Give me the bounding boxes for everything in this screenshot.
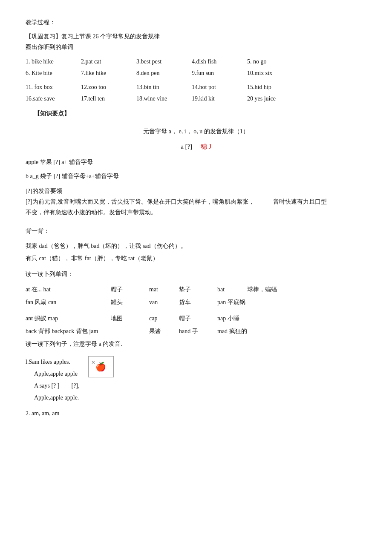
a-rule-phonetic: 穗 J (201, 141, 211, 152)
read-section: 读一读卜列单词： at 在... hat 帽子 mat 垫子 bat 球棒，蝙蝠… (26, 269, 366, 350)
teaching-title: 教学过程： (26, 17, 366, 28)
knowledge-title: 【知识要点】 (34, 110, 70, 117)
sentence-2-title: 2. am, am, am (26, 408, 366, 419)
word-row-3: 11. fox box 12.zoo too 13.bin tin 14.hot… (26, 82, 366, 92)
sentence-instruction: 读一读下列句子，注意字母 a 的发音. (26, 338, 122, 350)
title-text: 教学过程： (26, 19, 55, 26)
vocab-r2-c2: 罐头 (111, 296, 149, 308)
word-pair-11: 11. fox box (26, 82, 81, 92)
phonetic-desc-1-text: [?]为前元音,发音时嘴大而又宽，舌尖抵下齿。像是在开口大笑的样子，嘴角肌肉紧张… (26, 198, 254, 205)
apple-rule: apple 苹果 [?] a+ 辅音字母 (26, 157, 366, 167)
back-section: 背一背： (26, 226, 366, 236)
vocab-r2-c1: fan 风扇 can (26, 296, 111, 308)
song-line-3: A says [? ] [?], (34, 380, 80, 392)
a-rule-label: a [?] (181, 141, 192, 152)
poem-line-1: 我家 dad（爸爸），脾气 bad（坏的），让我 sad（伤心的）。 (26, 241, 366, 251)
word-row-1: 1. bike hike 2.pat cat 3.best pest 4.dis… (26, 56, 366, 67)
section-2: 2. am, am, am (26, 408, 366, 419)
word-pair-18: 18.wine vine (136, 93, 192, 104)
vocab-r1-c6: 球棒，蝙蝠 (247, 284, 277, 296)
word-pair-12: 12.zoo too (81, 82, 136, 92)
vocab-r3-c2: 地图 (111, 313, 149, 325)
review-title: 【巩固复习】复习上节课 26 个字母常见的发音规律 (26, 31, 366, 42)
word-row-2: 6. Kite bite 7.like hike 8.den pen 9.fun… (26, 68, 366, 78)
vowel-rule-text: 元音字母 a， e, i， o, u 的发音规律（1） (143, 128, 248, 135)
poem-section: 我家 dad（爸爸），脾气 bad（坏的），让我 sad（伤心的）。 有只 ca… (26, 241, 366, 264)
knowledge-section: 【知识要点】 (34, 108, 366, 119)
page-container: 教学过程： 【巩固复习】复习上节课 26 个字母常见的发音规律 圈出你听到的单词… (26, 17, 366, 419)
vocab-r1-c1: at 在... hat (26, 284, 111, 296)
word-pair-17: 17.tell ten (81, 93, 136, 104)
vocab-r4-c1: back 背部 backpack 背包 jam (26, 325, 111, 337)
vocab-row-2: fan 风扇 can 罐头 van 货车 pan 平底锅 (26, 296, 366, 308)
vocab-r1-c2: 帽子 (111, 284, 149, 296)
phonetic-section: [?]的发音要领 [?]为前元音,发音时嘴大而又宽，舌尖抵下齿。像是在开口大笑的… (26, 186, 366, 218)
song-line-4: Apple,apple apple. (34, 392, 80, 404)
phonetic-desc: [?]为前元音,发音时嘴大而又宽，舌尖抵下齿。像是在开口大笑的样子，嘴角肌肉紧张… (26, 196, 366, 218)
word-pair-10: 10.mix six (247, 68, 303, 78)
vocab-r4-c3: 果酱 (149, 325, 179, 337)
vocab-r3-c5: nap 小睡 (217, 313, 239, 325)
word-pair-1: 1. bike hike (26, 56, 81, 67)
vocab-row-5: 读一读下列句子，注意字母 a 的发音. (26, 338, 366, 350)
sentence-text-block: l.Sam likes apples. Apple,apple apple A … (26, 356, 80, 404)
song-line-2: Apple,apple apple (34, 368, 80, 380)
read-title: 读一读卜列单词： (26, 269, 366, 279)
vocab-r1-c4: 垫子 (179, 284, 217, 296)
song-line-1: l.Sam likes apples. (26, 356, 80, 368)
vocab-row-1: at 在... hat 帽子 mat 垫子 bat 球棒，蝙蝠 (26, 284, 366, 296)
word-pair-16: 16.safe save (26, 93, 81, 104)
apple-image (88, 356, 114, 377)
word-pair-8: 8.den pen (136, 68, 192, 78)
vocab-row-4: back 背部 backpack 背包 jam 果酱 hand 手 mad 疯狂… (26, 325, 366, 337)
bag-rule: b a_g 袋子 [?] 辅音字母+a+辅音字母 (26, 171, 366, 181)
word-pairs-section: 1. bike hike 2.pat cat 3.best pest 4.dis… (26, 56, 366, 104)
poem-line-2: 有只 cat（猫）， 非常 fat（胖），专吃 rat（老鼠） (26, 253, 366, 264)
phonetic-desc-2: 不变，伴有急速收小腹的动作。发音时声带震动。 (26, 207, 366, 218)
review-section: 【巩固复习】复习上节课 26 个字母常见的发音规律 圈出你听到的单词 (26, 31, 366, 52)
word-row-4: 16.safe save 17.tell ten 18.wine vine 19… (26, 93, 366, 104)
phonetic-desc-right: 音时快速有力且口型 (273, 198, 327, 205)
vocab-r2-c4: 货车 (179, 296, 217, 308)
word-pair-15: 15.hid hip (247, 82, 303, 92)
word-pair-7: 7.like hike (81, 68, 136, 78)
vocab-r1-c5: bat (217, 284, 247, 296)
word-pair-5: 5. no go (247, 56, 303, 67)
vocab-r4-c4: hand 手 (179, 325, 217, 337)
a-rule-line: a [?] 穗 J (26, 141, 366, 152)
vocab-r1-c3: mat (149, 284, 179, 296)
phonetic-desc-1: [?]为前元音,发音时嘴大而又宽，舌尖抵下齿。像是在开口大笑的样子，嘴角肌肉紧张… (26, 196, 366, 207)
word-pair-3: 3.best pest (136, 56, 192, 67)
back-title: 背一背： (26, 226, 366, 236)
sentence-box: l.Sam likes apples. Apple,apple apple A … (26, 356, 366, 404)
vocab-r3-c1: ant 蚂蚁 map (26, 313, 111, 325)
circle-instruction: 圈出你听到的单词 (26, 42, 366, 52)
vowel-rule-title: 元音字母 a， e, i， o, u 的发音规律（1） (26, 126, 366, 137)
word-pair-6: 6. Kite bite (26, 68, 81, 78)
word-pair-13: 13.bin tin (136, 82, 192, 92)
vocab-r2-c3: van (149, 296, 179, 308)
vocab-row-3: ant 蚂蚁 map 地图 cap 帽子 nap 小睡 (26, 313, 366, 325)
vocab-r3-c4: 帽子 (179, 313, 217, 325)
vocab-r4-c5: mad 疯狂的 (217, 325, 247, 337)
word-pair-4: 4.dish fish (192, 56, 247, 67)
phonetic-title: [?]的发音要领 (26, 186, 366, 196)
word-pair-2: 2.pat cat (81, 56, 136, 67)
word-pair-20: 20 yes juice (247, 93, 303, 104)
word-pair-14: 14.hot pot (192, 82, 247, 92)
word-pair-9: 9.fun sun (192, 68, 247, 78)
vocab-r2-c5: pan 平底锅 (217, 296, 245, 308)
sentence-section: l.Sam likes apples. Apple,apple apple A … (26, 356, 366, 404)
vocab-r3-c3: cap (149, 313, 179, 325)
word-pair-19: 19.kid kit (192, 93, 247, 104)
phonetic-desc-left: [?]为前元音,发音时嘴大而又宽，舌尖抵下齿。像是在开口大笑的样子，嘴角肌肉紧张… (26, 196, 366, 218)
